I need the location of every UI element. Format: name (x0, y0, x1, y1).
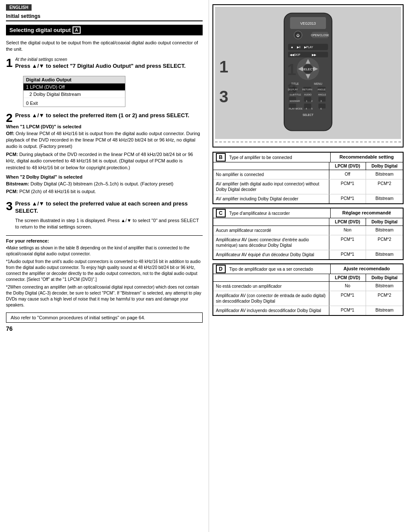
table-D: D Tipo de amplificador que va a ser cone… (212, 263, 404, 316)
svg-text:MARKER: MARKER (290, 100, 300, 102)
step-3-main: Press ▲/▼ to select the preferred value … (15, 200, 203, 215)
svg-text:MENU: MENU (314, 82, 323, 85)
svg-text:RETURN: RETURN (302, 88, 312, 91)
ref-note-star2: *2When connecting an amplifier (with an … (6, 284, 203, 308)
reference-section: For your reference: •Make settings as sh… (6, 235, 203, 308)
step-3-note: The screen illustrated in step 1 is disp… (15, 217, 203, 231)
svg-text:VEG2013: VEG2013 (300, 21, 316, 26)
step-2-content: Press ▲/▼ to select the preferred item (… (15, 112, 189, 122)
page-title: Initial settings (6, 13, 203, 21)
pcm2-desc: PCM: PCM (2ch) of 48 kHz/16 bit is outpu… (6, 188, 203, 195)
svg-text:▶II: ▶II (297, 46, 301, 49)
ref-title: For your reference: (6, 238, 203, 243)
svg-text:1: 1 (306, 100, 307, 102)
step-3: 3 Press ▲/▼ to select the preferred valu… (6, 200, 203, 231)
remote-image: VEG2013 ⏻ OPEN/CLOSE ■ ▶II ▶PLAY ◀◀SKIP … (215, 7, 401, 139)
svg-text:▶PLAY: ▶PLAY (304, 46, 314, 49)
svg-text:6: 6 (320, 107, 322, 110)
bitstream-desc: Bitstream: Dolby Digital (AC-3) bitstrea… (6, 181, 203, 187)
step-2-main: Press ▲/▼ to select the preferred item (… (15, 112, 189, 119)
step-3-content: Press ▲/▼ to select the preferred value … (15, 200, 203, 231)
dotted-divider (215, 142, 401, 142)
lang-badge: ENGLISH (6, 4, 32, 11)
digital-audio-menu: Digital Audio Output 1 LPCM (DVD) Off 2 … (23, 76, 125, 107)
ref-note-star1: *1Audio output from the unit's audio out… (6, 259, 203, 283)
svg-text:3: 3 (287, 80, 296, 98)
menu-title: Digital Audio Output (23, 76, 125, 84)
step-1-header: At the initial settings screen (15, 57, 186, 62)
section-icon: A (73, 26, 81, 34)
callout-1: 1 (219, 58, 228, 76)
pcm-desc: PCM: During playback of the DVD recorded… (6, 151, 203, 171)
remote-svg: VEG2013 ⏻ OPEN/CLOSE ■ ▶II ▶PLAY ◀◀SKIP … (265, 11, 351, 135)
tables-container: B Type of amplifier to be connected Reco… (212, 152, 404, 316)
bottom-note: Also refer to "Common procedures of init… (6, 312, 203, 323)
svg-text:ANGLE: ANGLE (317, 88, 326, 91)
svg-text:■: ■ (291, 46, 293, 49)
step-1: 1 At the initial settings screen Press ▲… (6, 57, 203, 107)
svg-rect-41 (318, 104, 326, 108)
svg-text:4: 4 (305, 107, 307, 110)
dolby-section: When "2 Dolby Digital" is selected Bitst… (6, 174, 203, 195)
lpcm-heading: When "1 LPCM (DVD)" is selected (6, 124, 203, 129)
step-1-content: At the initial settings screen Press ▲/▼… (15, 57, 186, 72)
section-heading-box: Selecting digital output A (6, 25, 203, 35)
svg-rect-40 (304, 104, 311, 108)
step-2-num: 2 (6, 112, 13, 124)
svg-text:1: 1 (287, 61, 296, 78)
dolby-heading: When "2 Dolby Digital" is selected (6, 174, 203, 179)
right-panel: A VEG2013 ⏻ OPEN/CLOSE ■ ▶II ▶PLAY (209, 0, 407, 532)
section-heading-text: Selecting digital output (9, 27, 71, 33)
svg-text:PLAY MODE: PLAY MODE (289, 107, 302, 110)
svg-text:◀◀SKIP: ◀◀SKIP (290, 53, 301, 56)
off-desc: Off: Only linear PCM of 48 kHz/16 bit is… (6, 130, 203, 150)
intro-text: Select the digital output to be output f… (6, 40, 203, 53)
table-B: B Type of amplifier to be connected Reco… (212, 152, 404, 204)
page-number: 76 (6, 325, 203, 332)
svg-text:SELECT: SELECT (302, 113, 313, 116)
menu-item-2: 2 Dolby Digital Bitstream (23, 91, 125, 98)
svg-text:5: 5 (311, 107, 312, 110)
step-1-num: 1 (6, 57, 13, 69)
remote-box: A VEG2013 ⏻ OPEN/CLOSE ■ ▶II ▶PLAY (212, 4, 404, 147)
svg-rect-33 (304, 97, 311, 101)
lpcm-section: When "1 LPCM (DVD)" is selected Off: Onl… (6, 124, 203, 171)
svg-rect-34 (318, 97, 326, 101)
svg-text:2: 2 (311, 100, 312, 102)
svg-text:AUDIO: AUDIO (304, 93, 312, 96)
svg-text:3: 3 (320, 100, 322, 102)
table-C: C Type d'amplificateur à raccorder Régla… (212, 208, 404, 260)
ref-note1: •Make settings as shown in the table B d… (6, 245, 203, 257)
svg-text:ANGLE: ANGLE (318, 93, 326, 96)
menu-item-1: 1 LPCM (DVD) Off (23, 84, 125, 91)
svg-text:OPEN/CLOSE: OPEN/CLOSE (311, 34, 329, 37)
step-1-main: Press ▲/▼ to select "7 Digital Audio Out… (15, 63, 186, 70)
svg-text:⏻: ⏻ (297, 34, 299, 38)
step-2: 2 Press ▲/▼ to select the preferred item… (6, 112, 203, 195)
left-panel: ENGLISH Initial settings Selecting digit… (0, 0, 209, 532)
svg-text:SELECT: SELECT (302, 67, 314, 71)
menu-exit: 0 Exit (23, 100, 125, 107)
step-3-num: 3 (6, 200, 13, 212)
svg-text:▶▶: ▶▶ (312, 53, 317, 56)
callout-3: 3 (219, 88, 228, 106)
